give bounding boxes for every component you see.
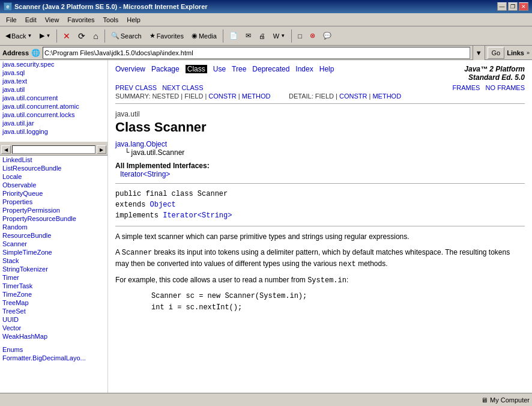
edit-button[interactable]: W ▼ — [270, 28, 288, 44]
menu-favorites[interactable]: Favorites — [64, 15, 98, 25]
nav-divider-top — [115, 103, 525, 104]
sidebar-class-stringtokenizer[interactable]: StringTokenizer — [0, 265, 107, 273]
discuss-button[interactable]: □ — [295, 28, 305, 44]
nav-overview[interactable]: Overview — [115, 65, 145, 73]
next-class-link[interactable]: NEXT CLASS — [162, 84, 203, 91]
stop-button[interactable]: ✕ — [60, 28, 73, 44]
sidebar-class-timer[interactable]: Timer — [0, 273, 107, 282]
sidebar-class-propertypermission[interactable]: PropertyPermission — [0, 206, 107, 214]
sidebar-class-observable[interactable]: Observable — [0, 181, 107, 189]
frames-link[interactable]: FRAMES — [453, 84, 480, 91]
summary-constr-link[interactable]: CONSTR — [208, 92, 236, 100]
sidebar-class-simpletimezone[interactable]: SimpleTimeZone — [0, 248, 107, 256]
sidebar-class-formatter[interactable]: Formatter.BigDecimalLayo... — [0, 354, 107, 362]
detail-constr-link[interactable]: CONSTR — [339, 92, 367, 100]
menu-tools[interactable]: Tools — [100, 15, 122, 25]
nav-package[interactable]: Package — [151, 65, 180, 73]
search-icon: 🔍 — [111, 32, 119, 40]
computer-label: My Computer — [490, 396, 530, 404]
sidebar-class-treemap[interactable]: TreeMap — [0, 298, 107, 307]
sidebar-class-timertask[interactable]: TimerTask — [0, 282, 107, 290]
mail-icon: ✉ — [246, 32, 251, 40]
separator-1 — [56, 29, 57, 43]
restore-button[interactable]: ❐ — [508, 2, 518, 11]
go-button[interactable]: Go — [488, 47, 505, 59]
sidebar-class-listresourcebundle[interactable]: ListResourceBundle — [0, 164, 107, 172]
print-button[interactable]: 🖨 — [256, 28, 268, 44]
interfaces-section: All Implemented Interfaces: Iterator<Str… — [115, 162, 525, 178]
section-divider-2 — [115, 226, 525, 226]
detail-method-link[interactable]: METHOD — [372, 92, 401, 100]
sidebar-enums-label: Enums — [0, 345, 107, 354]
class-description-1: A simple text scanner which can parse pr… — [115, 231, 525, 242]
nav-tree[interactable]: Tree — [232, 65, 246, 73]
forward-button[interactable]: ▶ ▼ — [37, 28, 53, 44]
search-button[interactable]: 🔍 Search — [108, 28, 145, 44]
sidebar-class-linkedlist[interactable]: LinkedList — [0, 156, 107, 164]
media-button[interactable]: ◉ Media — [189, 28, 220, 44]
sidebar-class-vector[interactable]: Vector — [0, 324, 107, 332]
refresh-button[interactable]: ⟳ — [75, 28, 88, 44]
address-input[interactable] — [43, 47, 470, 59]
sidebar-search-input[interactable] — [12, 145, 95, 154]
sidebar-item[interactable]: java.util.jar — [0, 119, 107, 127]
class-declaration: public final class Scanner extends Objec… — [115, 189, 525, 221]
error-button[interactable]: ⊗ — [307, 28, 318, 44]
no-frames-link[interactable]: NO FRAMES — [486, 84, 525, 91]
nav-index[interactable]: Index — [295, 65, 313, 73]
sidebar-item[interactable]: java.util.concurrent.locks — [0, 111, 107, 119]
menu-file[interactable]: File — [2, 15, 20, 25]
mail-button[interactable]: ✉ — [243, 28, 254, 44]
sidebar-class-resourcebundle[interactable]: ResourceBundle — [0, 231, 107, 240]
nav-use[interactable]: Use — [213, 65, 226, 73]
object-link[interactable]: Object — [150, 201, 176, 209]
prev-class-link[interactable]: PREV CLASS — [115, 84, 157, 91]
edit-dropdown-icon: ▼ — [280, 33, 285, 38]
sidebar-item[interactable]: java.security.spec — [0, 60, 107, 68]
sidebar-class-scanner[interactable]: Scanner — [0, 240, 107, 248]
menu-view[interactable]: View — [41, 15, 63, 25]
java-lang-object-link[interactable]: java.lang.Object — [115, 140, 167, 148]
sidebar-class-stack[interactable]: Stack — [0, 256, 107, 265]
messenger-button[interactable]: 💬 — [320, 28, 334, 44]
sidebar-class-treeset[interactable]: TreeSet — [0, 307, 107, 315]
sidebar-item[interactable]: java.util.logging — [0, 127, 107, 136]
iterator-string-link[interactable]: Iterator<String> — [120, 170, 170, 178]
favorites-button[interactable]: ★ Favorites — [147, 28, 187, 44]
iterator-impl-link[interactable]: Iterator<String> — [163, 211, 232, 220]
menu-help[interactable]: Help — [123, 15, 144, 25]
close-button[interactable]: ✕ — [519, 2, 528, 11]
back-button[interactable]: ◀ Back ▼ — [2, 28, 35, 44]
dropdown-arrow-icon: ▼ — [27, 33, 32, 38]
home-button[interactable]: ⌂ — [90, 28, 101, 44]
nav-help[interactable]: Help — [319, 65, 334, 73]
class-description-3: For example, this code allows a user to … — [115, 274, 525, 286]
summary-method-link[interactable]: METHOD — [242, 92, 271, 100]
history-button[interactable]: 📄 — [226, 28, 241, 44]
inheritance-tree: java.lang.Object └ java.util.Scanner — [115, 140, 525, 157]
dropdown-arrow-button[interactable]: ▼ — [473, 45, 485, 61]
sidebar-class-propertyresourcebundle[interactable]: PropertyResourceBundle — [0, 214, 107, 223]
sidebar-item[interactable]: java.util.concurrent.atomic — [0, 102, 107, 111]
separator-3 — [223, 29, 223, 43]
sidebar-item[interactable]: java.text — [0, 77, 107, 85]
sidebar-nav-left[interactable]: ◀ — [1, 145, 11, 154]
sidebar-class-random[interactable]: Random — [0, 223, 107, 231]
sidebar-classes: LinkedList ListResourceBundle Locale Obs… — [0, 156, 107, 393]
sidebar-nav-right[interactable]: ▶ — [97, 145, 106, 154]
sidebar-class-priorityqueue[interactable]: PriorityQueue — [0, 189, 107, 198]
sidebar-class-timezone[interactable]: TimeZone — [0, 290, 107, 298]
sidebar-class-weakhashmap[interactable]: WeakHashMap — [0, 332, 107, 341]
menu-edit[interactable]: Edit — [22, 15, 40, 25]
nav-deprecated[interactable]: Deprecated — [252, 65, 289, 73]
next-mono-ref: next — [339, 260, 356, 268]
sidebar-class-properties[interactable]: Properties — [0, 198, 107, 206]
sidebar-class-uuid[interactable]: UUID — [0, 315, 107, 324]
sidebar-class-locale[interactable]: Locale — [0, 172, 107, 181]
sidebar-item[interactable]: java.sql — [0, 68, 107, 77]
sidebar-item[interactable]: java.util.concurrent — [0, 94, 107, 102]
sidebar-item[interactable]: java.util — [0, 85, 107, 94]
minimize-button[interactable]: — — [497, 2, 507, 11]
toolbar: ◀ Back ▼ ▶ ▼ ✕ ⟳ ⌂ 🔍 Search ★ Favorites … — [0, 26, 532, 46]
stop-icon: ✕ — [63, 31, 70, 41]
